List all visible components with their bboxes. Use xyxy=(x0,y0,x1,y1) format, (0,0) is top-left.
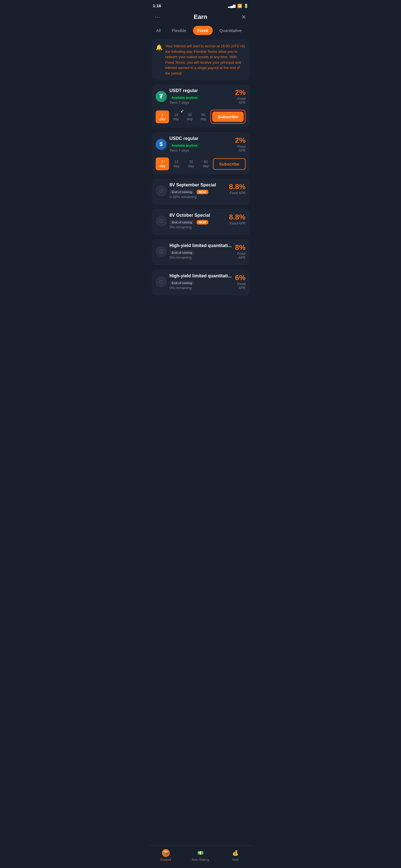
subscribe-button[interactable]: Subscribe xyxy=(212,112,244,122)
new-badge: NEW xyxy=(197,220,208,224)
product-name: 8V September Special xyxy=(170,183,216,187)
product-remaining: 0% remaining xyxy=(170,286,234,290)
day-btn-30[interactable]: 30 day xyxy=(184,157,199,170)
product-logo-generic xyxy=(156,185,167,196)
day-btn-90[interactable]: 90 day xyxy=(197,111,210,123)
end-badge: End of raising xyxy=(170,190,194,194)
notice-banner: 🔔 Your Interest will start to accrue at … xyxy=(152,39,250,80)
product-card-usdt-regular: USDT regular Available anytime Term 7 da… xyxy=(152,84,250,128)
header: ⋯ Earn ✕ xyxy=(148,10,253,26)
product-apr: 8.8% xyxy=(229,213,245,221)
product-card-high-yield-1: High-yield limited quantitati... End of … xyxy=(152,239,250,265)
product-apr-label: Fixed APR xyxy=(230,221,246,225)
page-title: Earn xyxy=(162,13,239,21)
more-icon[interactable]: ⋯ xyxy=(153,12,162,22)
subscribe-button-usdc[interactable]: Subscribe xyxy=(213,158,246,170)
status-time: 1:16 xyxy=(153,3,161,8)
product-remaining: 0.36% remaining xyxy=(170,195,229,199)
product-apr-label: Fixed APR xyxy=(230,145,246,152)
product-apr: 8% xyxy=(235,243,246,252)
end-badge: End of raising xyxy=(170,281,194,285)
product-logo-generic xyxy=(156,216,167,227)
product-apr-label: Fixed APR xyxy=(234,252,246,259)
day-btn-30[interactable]: 30 day xyxy=(183,111,197,123)
notice-text: Your Interest will start to accrue at 16… xyxy=(165,43,246,76)
product-name: High-yield limited quantitati... xyxy=(170,243,232,248)
product-logo-usdt xyxy=(156,91,167,102)
product-card-8v-sep: 8V September Special End of raising NEW … xyxy=(152,179,250,205)
close-icon[interactable]: ✕ xyxy=(239,12,249,22)
end-badge: End of raising xyxy=(170,220,194,224)
product-apr: 2% xyxy=(235,136,246,145)
day-selector: 7 day 14 day 30 day 90 day xyxy=(156,157,213,170)
available-badge: Available anytime xyxy=(170,143,200,148)
product-apr-label: Fixed APR xyxy=(230,191,246,195)
product-logo-usdc xyxy=(156,139,167,150)
status-bar: 1:16 ▂▄▆ 📶 🔋 xyxy=(148,0,253,10)
day-btn-7[interactable]: 7 day xyxy=(156,157,169,170)
product-logo-generic xyxy=(156,246,167,257)
tab-fixed[interactable]: Fixed xyxy=(193,26,213,35)
product-name: USDC regular xyxy=(170,136,199,141)
product-name: 8V October Special xyxy=(170,213,210,218)
available-badge: Available anytime xyxy=(170,95,200,100)
product-apr-label: Fixed APR xyxy=(230,97,245,104)
product-card-high-yield-2: High-yield limited quantitati... End of … xyxy=(152,270,250,296)
tab-all[interactable]: All xyxy=(152,26,165,35)
day-btn-14[interactable]: 14 day xyxy=(169,111,183,123)
day-btn-90[interactable]: 90 day xyxy=(198,157,213,170)
tab-flexible[interactable]: Flexible xyxy=(167,26,191,35)
day-row: 7 day 14 day 30 day 90 day Subscribe xyxy=(156,157,246,170)
battery-icon: 🔋 xyxy=(244,4,249,8)
status-icons: ▂▄▆ 📶 🔋 xyxy=(228,4,249,8)
day-selector: 7 day 14 day 30 day 90 day xyxy=(156,111,210,123)
signal-icon: ▂▄▆ xyxy=(228,4,236,8)
subscribe-highlight: Subscribe xyxy=(210,110,246,124)
product-logo-generic xyxy=(156,276,167,287)
product-card-usdc-regular: USDC regular Available anytime Term 7 da… xyxy=(152,132,250,174)
new-badge: NEW xyxy=(197,190,208,194)
product-remaining: 0% remaining xyxy=(170,255,234,259)
product-apr: 8.8% xyxy=(229,183,245,191)
tabs-container: All Flexible Fixed Quantitative xyxy=(148,26,253,39)
product-card-8v-oct: 8V October Special End of raising NEW 0%… xyxy=(152,209,250,235)
day-btn-14[interactable]: 14 day xyxy=(169,157,184,170)
product-apr-label: Fixed APR xyxy=(234,282,246,290)
product-name: USDT regular xyxy=(170,88,198,93)
tab-quantitative[interactable]: Quantitative xyxy=(215,26,246,35)
day-row: 7 day 14 day 30 day 90 day Subscribe xyxy=(156,110,246,124)
product-apr: 2% xyxy=(235,88,246,97)
wifi-icon: 📶 xyxy=(237,4,242,8)
notice-icon: 🔔 xyxy=(156,44,163,51)
end-badge: End of raising xyxy=(170,250,194,255)
main-content: 🔔 Your Interest will start to accrue at … xyxy=(148,39,253,325)
product-name: High-yield limited quantitati... xyxy=(170,274,232,278)
product-remaining: 0% remaining xyxy=(170,225,229,229)
product-apr: 6% xyxy=(235,274,246,282)
product-term: Term 7 days xyxy=(170,100,230,104)
day-btn-7[interactable]: 7 day xyxy=(156,111,169,123)
product-term: Term 7 days xyxy=(170,148,230,152)
